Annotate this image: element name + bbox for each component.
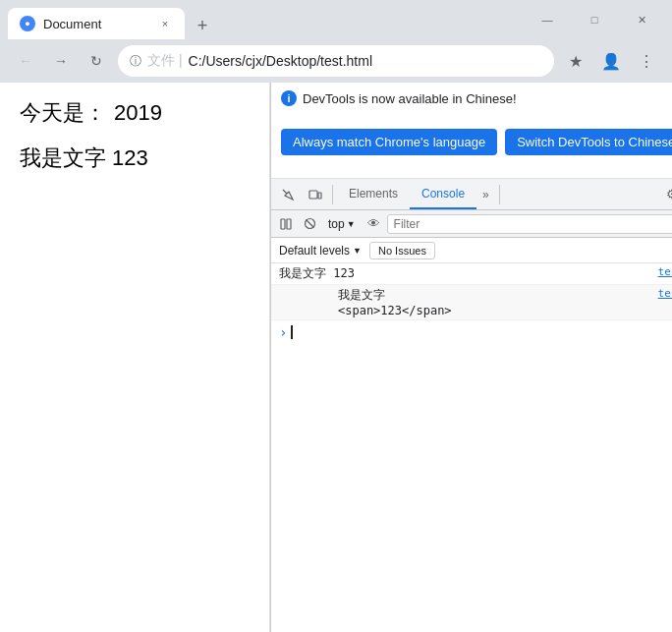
svg-rect-1	[318, 193, 321, 199]
title-bar: ● Document × + — □ ✕	[0, 0, 672, 39]
address-bar: ← → ↻ ⓘ 文件 | C:/Users/cjx/Desktop/test.h…	[0, 39, 672, 83]
console-level-bar: Default levels ▼ No Issues	[271, 238, 672, 263]
profile-button[interactable]: 👤	[597, 47, 625, 75]
clear-console-button[interactable]	[299, 213, 320, 235]
minimize-button[interactable]: —	[525, 4, 570, 35]
new-tab-button[interactable]: +	[189, 12, 216, 39]
lock-icon: ⓘ	[130, 53, 141, 70]
more-tabs-button[interactable]: »	[476, 179, 495, 209]
page-line-1: 今天是： 2019	[20, 98, 250, 128]
context-label: top	[328, 217, 345, 231]
console-filter-input[interactable]	[387, 214, 672, 234]
device-toolbar-button[interactable]	[303, 182, 328, 207]
url-text: C:/Users/cjx/Desktop/test.html	[189, 53, 373, 69]
console-entry-2-text: 我是文字 <span>123</span>	[279, 287, 658, 317]
chrome-frame: ● Document × + — □ ✕ ← → ↻ ⓘ	[0, 0, 672, 83]
page-content: 今天是： 2019 我是文字 123	[0, 83, 270, 632]
tab-title: Document	[43, 17, 101, 31]
console-entry-1-text: 我是文字 123	[279, 265, 658, 282]
banner-info-row: i DevTools is now available in Chinese!	[281, 90, 672, 106]
omnibox-separator: 文件 |	[147, 52, 183, 70]
info-icon: i	[281, 90, 297, 106]
switch-to-chinese-button[interactable]: Switch DevTools to Chinese	[505, 129, 672, 155]
window-controls: — □ ✕	[525, 4, 664, 35]
tab-bar: ● Document × +	[8, 0, 216, 39]
page-value-1: 2019	[114, 100, 162, 126]
console-entry-1-link[interactable]: test.html:26	[658, 265, 672, 278]
main-content: 今天是： 2019 我是文字 123 i DevTools is now ava…	[0, 83, 672, 632]
tab-close-button[interactable]: ×	[157, 16, 173, 31]
tab-favicon: ●	[20, 16, 35, 31]
devtools-panel: i DevTools is now available in Chinese! …	[270, 83, 672, 632]
context-dropdown-icon: ▼	[347, 219, 356, 229]
console-output: 我是文字 123 test.html:26 我是文字 <span>123</sp…	[271, 263, 672, 632]
console-entry-2: 我是文字 <span>123</span> test.html:27	[271, 285, 672, 320]
svg-rect-0	[309, 191, 317, 199]
chrome-menu-button[interactable]: ⋮	[633, 47, 660, 75]
devtools-tabs: Elements Console »	[337, 179, 495, 209]
live-expressions-button[interactable]: 👁	[364, 213, 385, 235]
match-language-button[interactable]: Always match Chrome's language	[281, 129, 497, 155]
devtools-main-toolbar: Elements Console » ⚙ ⋮ ✕	[271, 179, 672, 210]
omnibox[interactable]: ⓘ 文件 | C:/Users/cjx/Desktop/test.html	[118, 45, 554, 77]
context-selector[interactable]: top ▼	[322, 215, 362, 233]
toolbar-separator-2	[499, 185, 500, 204]
close-button[interactable]: ✕	[619, 4, 664, 35]
active-tab[interactable]: ● Document ×	[8, 8, 185, 39]
tab-console[interactable]: Console	[410, 179, 476, 209]
page-line-2: 我是文字 123	[20, 144, 250, 173]
page-label-1: 今天是：	[20, 98, 106, 128]
banner-buttons: Always match Chrome's language Switch De…	[281, 114, 672, 170]
default-levels-label: Default levels	[279, 244, 350, 258]
console-entry-2-link[interactable]: test.html:27	[658, 287, 672, 300]
back-button[interactable]: ←	[12, 47, 39, 75]
maximize-button[interactable]: □	[572, 4, 617, 35]
devtools-settings-button[interactable]: ⚙	[659, 182, 672, 207]
svg-rect-3	[287, 219, 291, 229]
reload-button[interactable]: ↻	[83, 47, 110, 75]
default-levels-arrow: ▼	[353, 246, 362, 256]
console-cursor	[291, 325, 293, 339]
console-prompt-icon: ›	[279, 324, 287, 340]
svg-line-5	[306, 220, 313, 228]
banner-info-text: DevTools is now available in Chinese!	[303, 91, 517, 106]
inspect-element-button[interactable]	[275, 182, 301, 207]
bookmark-star-button[interactable]: ★	[562, 47, 589, 75]
language-banner: i DevTools is now available in Chinese! …	[271, 83, 672, 179]
svg-rect-2	[281, 219, 285, 229]
forward-button[interactable]: →	[47, 47, 75, 75]
no-issues-badge[interactable]: No Issues	[369, 242, 435, 259]
tab-elements[interactable]: Elements	[337, 179, 410, 209]
console-input-line[interactable]: ›	[271, 320, 672, 344]
console-toolbar: top ▼ 👁 ⚙	[271, 210, 672, 238]
console-sidebar-button[interactable]	[275, 213, 297, 235]
console-entry-1: 我是文字 123 test.html:26	[271, 263, 672, 285]
toolbar-separator-1	[332, 185, 333, 204]
default-levels-button[interactable]: Default levels ▼	[279, 244, 362, 258]
